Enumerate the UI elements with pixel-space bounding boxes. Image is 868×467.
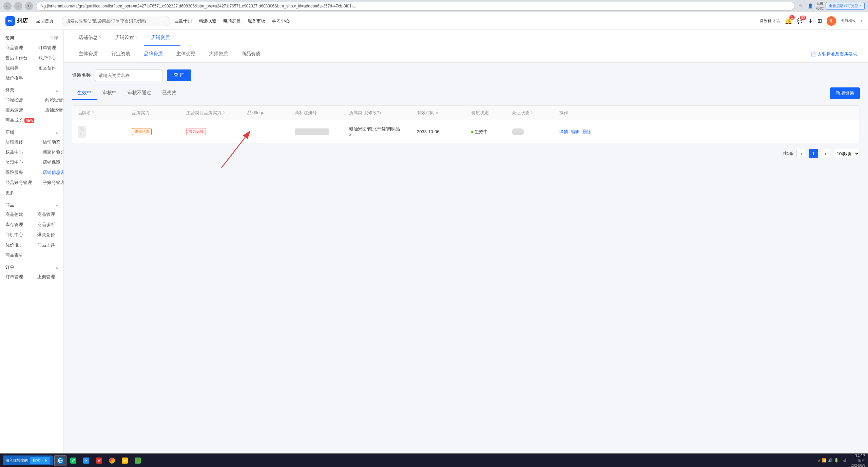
help-icon-cert-status[interactable]: ? xyxy=(531,111,533,115)
help-icon-brand-name[interactable]: ? xyxy=(92,111,94,115)
nav-item-4[interactable]: 学习中心 xyxy=(272,18,290,24)
action-detail[interactable]: 详情 xyxy=(559,129,568,135)
sub-tab-product-qual[interactable]: 商品资质 xyxy=(235,46,267,62)
sidebar-item-hot-product[interactable]: 爆款竞价 xyxy=(32,230,64,240)
sidebar-item-price-promotion2[interactable]: 优价推手 xyxy=(0,240,32,250)
taskbar-app-red[interactable]: W xyxy=(93,455,105,466)
user-dropdown-arrow[interactable]: ▾ xyxy=(861,19,863,23)
sidebar-item-order-management[interactable]: 订单管理 xyxy=(33,43,63,53)
sidebar-item-business-center[interactable]: 商机中心 xyxy=(0,230,32,240)
sidebar-item-mall-score[interactable]: 商城经营分 xyxy=(40,95,64,105)
sidebar-item-account-management[interactable]: 经营账号管理 xyxy=(0,178,37,188)
sidebar-item-product-diagnosis[interactable]: 商品诊断 xyxy=(32,220,64,230)
collapse-icon-order[interactable]: ∧ xyxy=(56,266,58,269)
taskbar-expand-icon[interactable]: ∧ xyxy=(818,458,821,463)
pending-price-btn[interactable]: 待改价商品 xyxy=(759,18,780,24)
taskbar-start-area[interactable]: 输入你想搜的 搜索一下 xyxy=(3,455,53,465)
query-button[interactable]: 查 询 xyxy=(167,69,191,81)
sub-tab-industry[interactable]: 行业资质 xyxy=(104,46,137,62)
sort-icon-valid-time[interactable]: ⇅ xyxy=(436,111,438,115)
sidebar-item-insurance[interactable]: 保险服务 xyxy=(0,167,37,178)
collapse-icon-store[interactable]: ∧ xyxy=(56,131,58,135)
sidebar-item-graphic-creation[interactable]: 图文创作 xyxy=(33,63,63,73)
sub-tab-entity-change[interactable]: 主体变更 xyxy=(170,46,202,62)
sub-tab-master[interactable]: 大师资质 xyxy=(202,46,235,62)
download-icon[interactable]: ⬇ xyxy=(808,18,813,24)
url-bar[interactable]: fxg.jinritemai.com/ffa/grs/qualification… xyxy=(36,2,794,11)
sidebar-item-account-center[interactable]: 账户中心 xyxy=(33,53,63,63)
sidebar-item-shelf-manage[interactable]: 上架管理 xyxy=(32,272,64,282)
sidebar-item-price-promotion[interactable]: 优价推手 xyxy=(0,73,33,83)
sidebar-item-store-info-settings[interactable]: 店铺信息设置 xyxy=(37,167,64,178)
restart-btn[interactable]: 重新启动即可更新 × xyxy=(826,2,865,10)
filter-tab-active[interactable]: 生效中 xyxy=(72,86,97,100)
filter-tab-expired[interactable]: 已失效 xyxy=(157,86,182,100)
notification-bell[interactable]: 🔔 1 xyxy=(785,17,792,25)
taskbar-app-folder[interactable]: 📁 xyxy=(119,455,131,466)
taskbar-search-btn[interactable]: 搜索一下 xyxy=(30,457,50,464)
nav-item-0[interactable]: 巨量千川 xyxy=(174,18,192,24)
sub-tab-brand[interactable]: 品牌资质 xyxy=(137,46,170,62)
cert-status-toggle[interactable] xyxy=(512,128,524,135)
bookmark-icon[interactable]: ☆ xyxy=(797,2,805,10)
tab-store-info[interactable]: 店铺信息 ? xyxy=(72,30,108,46)
new-qual-button[interactable]: 新增资质 xyxy=(830,87,860,99)
sidebar-item-product-assets[interactable]: 商品素材 xyxy=(0,250,32,260)
taskbar-app-chrome[interactable] xyxy=(106,455,118,466)
filter-tab-rejected[interactable]: 审核不通过 xyxy=(122,86,157,100)
sidebar-item-inventory[interactable]: 库存管理 xyxy=(0,220,32,230)
profile-icon[interactable]: 👤 xyxy=(807,2,814,10)
entry-link[interactable]: 📄 入驻标准及资质要求 xyxy=(811,51,860,57)
back-btn[interactable]: ← xyxy=(3,2,12,10)
taskbar-app-leaf[interactable]: 🌿 xyxy=(132,455,144,466)
sidebar-item-store-dynamic[interactable]: 店铺动态 xyxy=(37,137,64,147)
tab-store-settings-help[interactable]: ? xyxy=(135,35,138,40)
help-icon-main-brand[interactable]: ? xyxy=(223,111,225,115)
page-next-btn[interactable]: › xyxy=(821,149,830,158)
message-icon[interactable]: 💬 92 xyxy=(797,18,804,24)
sidebar-item-product-growth[interactable]: 商品成长NEW xyxy=(0,115,40,125)
sidebar-item-rights-center[interactable]: 权益中心 xyxy=(0,147,37,157)
sidebar-item-sub-account[interactable]: 子账号管理 xyxy=(37,178,64,188)
forward-btn[interactable]: → xyxy=(14,2,22,10)
sidebar-item-product-manage2[interactable]: 商品管理 xyxy=(32,209,64,220)
nav-item-3[interactable]: 服务市场 xyxy=(248,18,265,24)
back-to-home-btn[interactable]: 返回首页 xyxy=(32,16,58,26)
per-page-select[interactable]: 10条/页 20条/页 50条/页 xyxy=(833,149,860,158)
sidebar-item-more[interactable]: 更多 xyxy=(0,188,37,198)
action-delete[interactable]: 删除 xyxy=(582,129,591,135)
nav-item-2[interactable]: 电商罗盘 xyxy=(223,18,241,24)
manage-link-common[interactable]: 管理 xyxy=(50,36,58,41)
nav-item-1[interactable]: 精选联盟 xyxy=(199,18,216,24)
sidebar-item-rewards-center[interactable]: 奖惠中心 xyxy=(0,157,37,167)
sidebar-item-store-ops[interactable]: 店铺运营 xyxy=(40,105,64,115)
page-1-btn[interactable]: 1 xyxy=(809,149,818,158)
page-prev-btn[interactable]: ‹ xyxy=(796,149,806,158)
qual-search-input[interactable] xyxy=(95,69,163,81)
collapse-icon-business[interactable]: ∧ xyxy=(56,89,58,93)
collapse-icon-product[interactable]: ∧ xyxy=(56,203,58,207)
user-avatar[interactable]: 用 xyxy=(827,16,836,26)
sidebar-item-store-guarantee[interactable]: 店铺保障 xyxy=(37,157,64,167)
sidebar-item-mall-operations[interactable]: 商城经营 xyxy=(0,95,40,105)
refresh-btn[interactable]: ↻ xyxy=(25,2,33,10)
sidebar-item-aftersale[interactable]: 售后工作台 xyxy=(0,53,33,63)
sidebar-item-search-ops[interactable]: 搜索运营 xyxy=(0,105,40,115)
sidebar-item-product-management[interactable]: 商品管理 xyxy=(0,43,33,53)
sidebar-item-merchant-score[interactable]: 商家体验分 xyxy=(37,147,64,157)
sub-tab-entity[interactable]: 主体资质 xyxy=(72,46,104,62)
taskbar-app-arrow[interactable]: ➤ xyxy=(80,455,92,466)
action-edit[interactable]: 编辑 xyxy=(571,129,580,135)
tab-store-qual-help[interactable]: ? xyxy=(171,35,174,40)
taskbar-app-ie[interactable] xyxy=(54,455,66,466)
sidebar-item-order-manage[interactable]: 订单管理 xyxy=(0,272,32,282)
grid-icon[interactable]: ⊞ xyxy=(817,18,822,24)
taskbar-app-wechat[interactable]: W xyxy=(67,455,79,466)
filter-tab-reviewing[interactable]: 审核中 xyxy=(97,86,122,100)
tab-store-info-help[interactable]: ? xyxy=(99,35,101,40)
sidebar-item-product-tools[interactable]: 商品工具 xyxy=(32,240,64,250)
sidebar-item-product-create[interactable]: 商品创建 xyxy=(0,209,32,220)
sidebar-item-store-decoration[interactable]: 店铺装修 xyxy=(0,137,37,147)
sidebar-item-coupon[interactable]: 优惠券 xyxy=(0,63,33,73)
tab-store-settings[interactable]: 店铺设置 ? xyxy=(108,30,144,46)
